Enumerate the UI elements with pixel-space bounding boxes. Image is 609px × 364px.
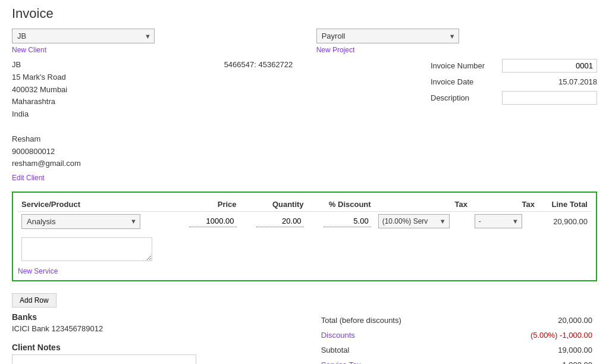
row-tax2-cell[interactable]: - ▼ <box>471 211 538 231</box>
th-quantity: Quantity <box>240 197 307 212</box>
row-discount-cell[interactable] <box>307 211 375 231</box>
project-select-wrapper[interactable]: Payroll ▼ <box>316 29 459 43</box>
description-label: Description <box>431 93 502 102</box>
new-service-link[interactable]: New Service <box>18 267 591 275</box>
subtotal-label: Subtotal <box>318 343 473 357</box>
discounts-label: Discounts <box>318 328 473 342</box>
th-discount: % Discount <box>307 197 375 212</box>
row-quantity-input[interactable] <box>256 215 304 227</box>
client-address-line1: 15 Mark's Road <box>12 71 293 84</box>
th-tax1: Tax <box>375 197 471 212</box>
client-address-line4: India <box>12 108 293 121</box>
invoice-date-label: Invoice Date <box>431 77 502 86</box>
client-info: 5466547: 45362722 JB 15 Mark's Road 4000… <box>12 59 293 184</box>
row-tax1-cell[interactable]: (10.00%) Serv ▼ <box>375 211 471 231</box>
project-select[interactable]: Payroll <box>316 29 459 43</box>
client-phone: 5466547: 45362722 <box>224 59 293 71</box>
contact-phone: 9000800012 <box>12 146 293 158</box>
discounts-value: (5.00%) -1,000.00 <box>473 328 596 342</box>
client-select-wrapper[interactable]: JB ▼ <box>12 29 155 43</box>
subtotal-value: 19,000.00 <box>473 343 596 357</box>
discounts-row: Discounts (5.00%) -1,000.00 <box>318 328 596 342</box>
row-line-total-cell: 20,900.00 <box>538 211 591 231</box>
invoice-table: Service/Product Price Quantity % Discoun… <box>18 197 591 263</box>
row-service-select[interactable]: Analysis <box>21 214 140 229</box>
contact-name: Resham <box>12 133 293 146</box>
page-title: Invoice <box>12 6 597 21</box>
client-notes-title: Client Notes <box>12 343 275 352</box>
invoice-table-section: Service/Product Price Quantity % Discoun… <box>12 192 597 281</box>
before-discounts-row: Total (before discounts) 20,000.00 <box>318 313 596 327</box>
row-tax2-select[interactable]: - <box>475 214 522 228</box>
row-tax1-select[interactable]: (10.00%) Serv <box>378 214 450 228</box>
client-address-line2: 400032 Mumbai <box>12 84 293 96</box>
note-row <box>18 231 591 263</box>
before-discounts-value: 20,000.00 <box>473 313 596 327</box>
before-discounts-label: Total (before discounts) <box>318 313 473 327</box>
subtotal-row: Subtotal 19,000.00 <box>318 343 596 357</box>
row-service-cell[interactable]: Analysis ▼ <box>18 211 173 231</box>
service-tax-value: 1,900.00 <box>473 358 596 364</box>
th-tax2: Tax <box>471 197 538 212</box>
banks-title: Banks <box>12 312 275 322</box>
description-input[interactable] <box>502 91 597 105</box>
row-price-cell[interactable] <box>173 211 240 231</box>
client-select[interactable]: JB <box>12 29 155 43</box>
contact-email: resham@gmail.com <box>12 158 293 170</box>
service-tax-label: Service Tax <box>318 358 473 364</box>
row-discount-input[interactable] <box>324 215 371 227</box>
th-service-product: Service/Product <box>18 197 173 212</box>
add-row-button[interactable]: Add Row <box>12 293 56 307</box>
table-row: Analysis ▼ <box>18 211 591 231</box>
row-note-textarea[interactable] <box>21 237 152 261</box>
invoice-number-input[interactable] <box>502 59 597 73</box>
row-quantity-cell[interactable] <box>240 211 307 231</box>
new-client-link[interactable]: New Client <box>12 46 46 54</box>
client-address-line3: Maharashtra <box>12 96 293 108</box>
service-tax-row: Service Tax 1,900.00 <box>318 358 596 364</box>
bank-name: ICICI Bank 123456789012 <box>12 324 275 333</box>
row-price-input[interactable] <box>189 215 237 227</box>
totals-table: Total (before discounts) 20,000.00 Disco… <box>316 312 597 364</box>
client-notes-textarea[interactable] <box>12 354 196 364</box>
th-line-total: Line Total <box>538 197 591 212</box>
invoice-date-value: 15.07.2018 <box>502 77 597 86</box>
new-project-link[interactable]: New Project <box>316 46 355 54</box>
invoice-number-label: Invoice Number <box>431 61 502 70</box>
th-price: Price <box>173 197 240 212</box>
invoice-fields: Invoice Number Invoice Date 15.07.2018 D… <box>316 59 597 105</box>
edit-client-link[interactable]: Edit Client <box>12 172 45 184</box>
